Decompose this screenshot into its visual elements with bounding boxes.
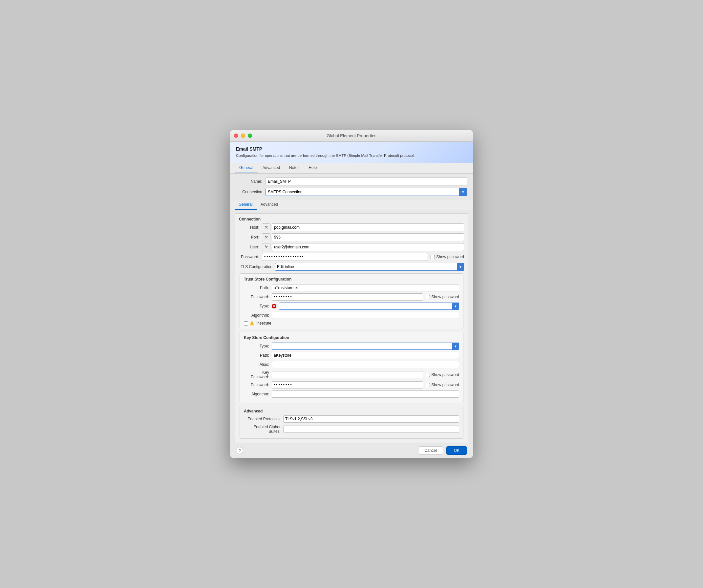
- cipher-row: Enabled Cipher Suites:: [244, 425, 459, 434]
- tab-general-inner[interactable]: General: [235, 200, 257, 210]
- trust-path-label: Path:: [244, 285, 272, 290]
- trust-algorithm-input[interactable]: [272, 312, 459, 319]
- connection-select[interactable]: SMTPS Connection: [265, 188, 467, 196]
- password-input[interactable]: [262, 253, 428, 261]
- key-main-password-row: Password: Show password: [244, 381, 459, 389]
- host-fx-button[interactable]: fx: [262, 224, 270, 231]
- password-input-group: Show password: [262, 253, 464, 261]
- cipher-label: Enabled Cipher Suites:: [244, 425, 283, 434]
- key-password-row: Key Password: Show password: [244, 370, 459, 379]
- name-row: Name:: [236, 177, 467, 185]
- key-main-password-input[interactable]: [272, 381, 423, 389]
- insecure-row: ⚠️ Insecure: [244, 321, 459, 326]
- key-store-panel: Key Store Configuration Type: ▼ Path:: [240, 332, 463, 403]
- trust-algorithm-row: Algorithm:: [244, 312, 459, 319]
- port-fx-button[interactable]: fx: [262, 233, 270, 241]
- trust-path-row: Path:: [244, 284, 459, 291]
- key-password-input[interactable]: [272, 371, 423, 378]
- port-label: Port:: [239, 235, 262, 240]
- key-algorithm-label: Algorithm:: [244, 392, 272, 396]
- protocols-label: Enabled Protocols:: [244, 417, 283, 421]
- title-bar: Global Element Properties: [230, 130, 473, 142]
- insecure-checkbox[interactable]: [244, 321, 248, 326]
- protocols-input[interactable]: [283, 415, 459, 423]
- minimize-button[interactable]: [241, 134, 245, 138]
- insecure-label: Insecure: [256, 321, 271, 326]
- tab-advanced-inner[interactable]: Advanced: [257, 200, 282, 210]
- tab-help-outer[interactable]: Help: [304, 163, 321, 173]
- key-main-password-group: Show password: [272, 381, 459, 389]
- key-password-group: Show password: [272, 371, 459, 378]
- user-input[interactable]: [272, 243, 464, 251]
- maximize-button[interactable]: [248, 134, 252, 138]
- window-title: Global Element Properties: [326, 133, 377, 138]
- trust-store-panel: Trust Store Configuration Path: Password…: [240, 273, 463, 329]
- trust-password-label: Password:: [244, 295, 272, 299]
- connection-section: Connection Host: fx Port: fx User: fx: [235, 213, 468, 443]
- warning-icon: ⚠️: [249, 321, 254, 326]
- connection-select-wrapper: SMTPS Connection ▼: [265, 188, 467, 196]
- connection-label: Connection: [236, 190, 265, 194]
- tls-label: TLS Configuration: [239, 264, 275, 269]
- key-main-password-label: Password:: [244, 383, 272, 387]
- host-row: Host: fx: [235, 224, 468, 231]
- header-title: Email SMTP: [236, 146, 467, 152]
- key-show-password-text: Show password: [431, 372, 459, 377]
- key-main-show-password-label: Show password: [426, 383, 459, 387]
- trust-path-input[interactable]: [272, 284, 459, 291]
- tls-select[interactable]: Edit inline: [275, 263, 464, 271]
- key-show-password-checkbox[interactable]: [426, 373, 430, 377]
- trust-show-password-label: Show password: [426, 295, 459, 299]
- password-row: Password: Show password: [235, 253, 468, 261]
- key-alias-row: Alias:: [244, 361, 459, 368]
- show-password-checkbox[interactable]: [431, 255, 435, 259]
- help-button[interactable]: ?: [236, 447, 243, 454]
- inner-tab-bar: General Advanced: [230, 200, 473, 210]
- protocols-row: Enabled Protocols:: [244, 415, 459, 423]
- host-label: Host:: [239, 225, 262, 230]
- key-type-label: Type:: [244, 344, 272, 348]
- key-main-show-password-checkbox[interactable]: [426, 383, 430, 387]
- outer-tab-bar: General Advanced Notes Help: [230, 163, 473, 174]
- trust-password-row: Password: Show password: [244, 293, 459, 301]
- trust-type-error-icon: ✕: [272, 304, 276, 309]
- ok-button[interactable]: OK: [446, 446, 467, 455]
- trust-algorithm-label: Algorithm:: [244, 313, 272, 318]
- cipher-input[interactable]: [283, 426, 459, 433]
- show-password-text: Show password: [436, 255, 464, 259]
- show-password-label: Show password: [431, 255, 464, 259]
- window-controls: [234, 134, 252, 138]
- user-row: User: fx: [235, 243, 468, 251]
- connection-section-title: Connection: [235, 217, 468, 224]
- trust-type-row: Type: ✕ ▼: [244, 303, 459, 310]
- user-label: User:: [239, 245, 262, 249]
- header-description: Configuration for operations that are pe…: [236, 153, 467, 158]
- trust-show-password-checkbox[interactable]: [426, 295, 430, 299]
- header-section: Email SMTP Configuration for operations …: [230, 142, 473, 163]
- close-button[interactable]: [234, 134, 238, 138]
- tab-general-outer[interactable]: General: [235, 163, 258, 173]
- cancel-button[interactable]: Cancel: [418, 446, 443, 455]
- key-path-input[interactable]: [272, 352, 459, 359]
- trust-password-input[interactable]: [272, 293, 423, 301]
- tab-notes-outer[interactable]: Notes: [285, 163, 304, 173]
- key-algorithm-input[interactable]: [272, 391, 459, 398]
- trust-type-select[interactable]: [279, 303, 459, 310]
- port-row: Port: fx: [235, 233, 468, 241]
- trust-show-password-text: Show password: [431, 295, 459, 299]
- key-type-select[interactable]: [272, 343, 459, 350]
- tls-select-wrapper: Edit inline ▼: [275, 263, 464, 271]
- trust-type-label: Type:: [244, 304, 272, 309]
- name-input[interactable]: [265, 177, 467, 185]
- host-input[interactable]: [272, 224, 464, 231]
- port-input[interactable]: [272, 233, 464, 241]
- password-label: Password:: [239, 255, 262, 259]
- connection-row: Connection SMTPS Connection ▼: [236, 188, 467, 196]
- key-main-show-password-text: Show password: [431, 383, 459, 387]
- key-path-label: Path:: [244, 353, 272, 358]
- key-alias-input[interactable]: [272, 361, 459, 368]
- tab-advanced-outer[interactable]: Advanced: [258, 163, 285, 173]
- key-algorithm-row: Algorithm:: [244, 391, 459, 398]
- user-fx-button[interactable]: fx: [262, 243, 270, 251]
- footer-buttons: Cancel OK: [418, 446, 467, 455]
